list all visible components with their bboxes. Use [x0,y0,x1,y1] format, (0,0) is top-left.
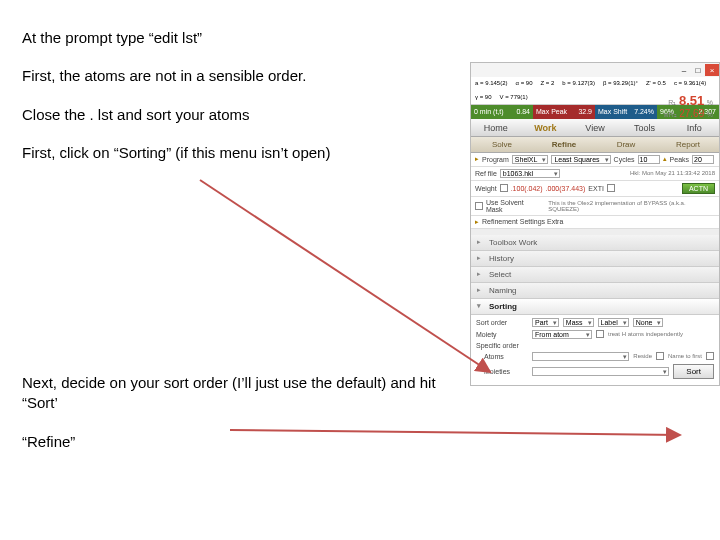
param-zp: Z' = 0.5 [646,79,666,87]
weight-2: .000(37.443) [546,185,586,192]
solvent-mask-checkbox[interactable] [475,202,483,210]
param-a: a = 9.145(2) [475,79,508,87]
accordion-naming[interactable]: ▸Naming [471,283,719,299]
param-z: Z = 2 [541,79,555,87]
wr2-value: 27.69 [679,108,704,119]
expand-icon: ▸ [475,218,479,226]
tab-view[interactable]: View [570,119,620,136]
minimize-button[interactable]: – [677,64,691,76]
sort-button[interactable]: Sort [673,364,714,379]
tab-home[interactable]: Home [471,119,521,136]
hkl-file-select[interactable]: b1063.hkl [500,169,560,178]
peaks-input[interactable]: 20 [692,155,714,164]
solvent-note: This is the Olex2 implementation of BYPA… [548,200,715,212]
maximize-button[interactable]: □ [691,64,705,76]
program-select[interactable]: ShelXL [512,155,549,164]
sub-nav: Solve Refine Draw Report [471,137,719,153]
tab-info[interactable]: Info [669,119,719,136]
reside-checkbox[interactable] [656,352,664,360]
cycles-input[interactable]: 10 [638,155,660,164]
moiety-select[interactable]: From atom [532,330,592,339]
r1-value: 8.51 [679,93,704,108]
weight-checkbox[interactable] [500,184,508,192]
param-al: α = 90 [516,79,533,87]
accordion-select[interactable]: ▸Select [471,267,719,283]
param-b: b = 9.127(3) [562,79,595,87]
close-button[interactable]: × [705,64,719,76]
reflections-row: Ref file b1063.hkl Hkl: Mon May 21 11:33… [471,167,719,181]
wr2-label: wR₂ [664,111,677,118]
accordion-sorting[interactable]: ▾Sorting [471,299,719,315]
solvent-mask-row: Use Solvent Mask This is the Olex2 imple… [471,197,719,216]
window-titlebar: – □ × [471,63,719,77]
sort-4-select[interactable]: None [633,318,664,327]
instr-2: First, the atoms are not in a sensible o… [22,66,452,86]
olex2-window: – □ × a = 9.145(2) α = 90 Z = 2 b = 9.12… [470,62,720,386]
param-be: β = 93.29(1)° [603,79,638,87]
sorting-panel: Sort order Part Mass Label None Moiety F… [471,315,719,385]
treat-h-checkbox[interactable] [596,330,604,338]
instruction-text: At the prompt type “edit lst” First, the… [22,28,452,470]
param-v: V = 779(1) [500,93,528,101]
param-c: c = 9.361(4) [674,79,706,87]
main-nav: Home Work View Tools Info [471,119,719,137]
hkl-date: Hkl: Mon May 21 11:33:42 2018 [630,170,715,176]
r-factors: R₁ 8.51 % wR₂ 27.69 % [664,93,713,119]
instr-3: Close the . lst and sort your atoms [22,105,452,125]
cycles-up-icon[interactable]: ▴ [663,155,667,163]
instr-1: At the prompt type “edit lst” [22,28,452,48]
tab-work[interactable]: Work [521,119,571,136]
refinement-settings-row[interactable]: ▸ Refinement Settings Extra [471,216,719,229]
atoms-order-input[interactable] [532,352,629,361]
subtab-report[interactable]: Report [657,137,719,152]
nametofirst-checkbox[interactable] [706,352,714,360]
param-ga: γ = 90 [475,93,492,101]
subtab-refine[interactable]: Refine [533,137,595,152]
sort-3-select[interactable]: Label [598,318,629,327]
weight-1: .100(.042) [511,185,543,192]
actn-button[interactable]: ACTN [682,183,715,194]
subtab-solve[interactable]: Solve [471,137,533,152]
expand-icon[interactable]: ▸ [475,155,479,163]
instr-4: First, click on “Sorting” (if this menu … [22,143,452,163]
moieties-order-input[interactable] [532,367,669,376]
exti-checkbox[interactable] [607,184,615,192]
tab-tools[interactable]: Tools [620,119,670,136]
instr-6: “Refine” [22,432,452,452]
program-row: ▸ Program ShelXL Least Squares Cycles 10… [471,153,719,167]
sort-1-select[interactable]: Part [532,318,559,327]
instr-5: Next, decide on your sort order (I’ll ju… [22,373,452,414]
sort-2-select[interactable]: Mass [563,318,594,327]
accordion-toolbox[interactable]: ▸Toolbox Work [471,235,719,251]
method-select[interactable]: Least Squares [551,155,610,164]
subtab-draw[interactable]: Draw [595,137,657,152]
accordion-history[interactable]: ▸History [471,251,719,267]
r1-label: R₁ [668,99,676,106]
weight-row: Weight .100(.042) .000(37.443) EXTI ACTN [471,181,719,197]
